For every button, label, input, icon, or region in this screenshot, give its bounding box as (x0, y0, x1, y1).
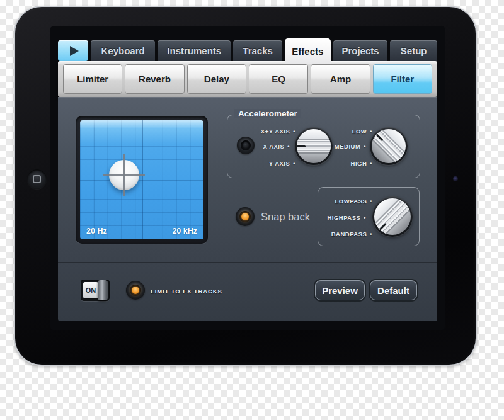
tablet-frame: Keyboard Instruments Tracks Effects Proj… (14, 6, 477, 366)
home-square-icon (33, 175, 41, 183)
xy-pad[interactable]: 20 Hz 20 kHz (80, 120, 203, 239)
play-icon (70, 46, 79, 56)
option-bullet: • (370, 231, 372, 237)
pad-freq-max-label: 20 kHz (172, 227, 197, 236)
option-bullet: • (293, 161, 295, 167)
sensitivity-knob[interactable] (370, 127, 408, 165)
effect-button-eq[interactable]: EQ (249, 64, 308, 94)
effect-button-amp[interactable]: Amp (311, 64, 370, 94)
sensitivity-option-high: HIGH• (351, 160, 372, 167)
power-switch-lever (98, 280, 108, 300)
axis-option-xy: X+Y AXIS• (261, 128, 295, 135)
snap-back-led[interactable] (236, 207, 255, 226)
camera-dot (453, 176, 458, 181)
screen: Keyboard Instruments Tracks Effects Proj… (50, 26, 445, 330)
power-switch-on-key: ON (83, 282, 98, 298)
power-switch[interactable]: ON (81, 280, 110, 301)
option-bullet: • (364, 144, 366, 150)
tab-instruments[interactable]: Instruments (158, 40, 231, 61)
option-bullet: • (370, 198, 372, 205)
pad-center-hline (80, 180, 203, 181)
puck-crosshair-v (123, 154, 125, 196)
music-app-window: Keyboard Instruments Tracks Effects Proj… (58, 38, 437, 321)
filter-panel: 20 Hz 20 kHz Accelerometer X+Y AXIS• X A… (58, 97, 437, 321)
snap-back-label: Snap back (261, 211, 310, 223)
accelerometer-enable-led[interactable] (237, 137, 255, 154)
footer-divider (58, 262, 437, 263)
filter-option-highpass: HIGHPASS• (327, 214, 366, 221)
xy-pad-frame: 20 Hz 20 kHz (76, 116, 208, 244)
effect-button-delay[interactable]: Delay (187, 64, 246, 94)
home-button[interactable] (27, 169, 47, 189)
option-bullet: • (364, 215, 366, 221)
axis-knob[interactable] (295, 127, 333, 165)
accelerometer-title: Accelerometer (234, 109, 301, 118)
tab-projects[interactable]: Projects (333, 40, 388, 61)
accelerometer-group: Accelerometer X+Y AXIS• X AXIS• Y AXIS• (227, 115, 420, 178)
tab-bar: Keyboard Instruments Tracks Effects Proj… (58, 38, 437, 64)
tab-keyboard[interactable]: Keyboard (91, 40, 155, 61)
sensitivity-option-medium: MEDIUM• (335, 143, 366, 150)
knob-grip (370, 194, 415, 239)
option-bullet: • (370, 161, 372, 167)
filter-type-knob[interactable] (372, 196, 413, 237)
knob-grip (367, 125, 410, 167)
limit-fx-tracks-label: LIMIT TO FX TRACKS (151, 288, 222, 295)
effect-bar: Limiter Reverb Delay EQ Amp Filter (58, 61, 437, 97)
tab-tracks[interactable]: Tracks (233, 40, 282, 61)
tab-setup[interactable]: Setup (390, 40, 437, 61)
tab-effects[interactable]: Effects (285, 38, 331, 64)
option-bullet: • (287, 144, 290, 150)
pad-freq-min-label: 20 Hz (86, 227, 107, 236)
knob-pointer (297, 145, 306, 147)
effect-button-filter[interactable]: Filter (373, 64, 432, 94)
play-button[interactable] (58, 40, 88, 61)
default-button[interactable]: Default (370, 280, 417, 300)
effect-button-limiter[interactable]: Limiter (63, 64, 122, 94)
axis-option-y: Y AXIS• (269, 160, 295, 167)
option-bullet: • (370, 128, 372, 135)
sensitivity-option-low: LOW• (352, 128, 372, 135)
option-bullet: • (293, 128, 295, 135)
limit-fx-tracks-led[interactable] (126, 281, 145, 300)
filter-type-group: LOWPASS• HIGHPASS• BANDPASS• (318, 187, 420, 246)
preview-button[interactable]: Preview (315, 280, 365, 300)
effect-button-reverb[interactable]: Reverb (125, 64, 184, 94)
filter-option-lowpass: LOWPASS• (335, 198, 372, 205)
axis-option-x: X AXIS• (263, 143, 290, 150)
filter-option-bandpass: BANDPASS• (331, 230, 372, 237)
